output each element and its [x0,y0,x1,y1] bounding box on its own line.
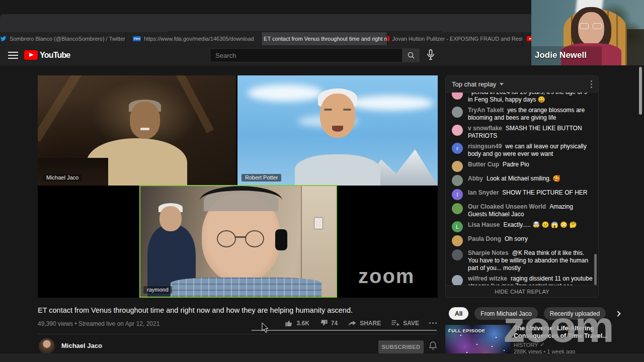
share-icon [348,319,357,327]
tab-youtube-jovan[interactable]: Jovan Hutton Pulitzer - EXPOSING FRAUD a… [387,32,523,45]
youtube-play-icon [24,50,38,60]
like-count: 3.6K [296,320,309,327]
tab-label: ET contact from Venus throughout time an… [264,36,387,42]
glasses [580,23,589,29]
avatar: I [452,189,463,200]
avatar [452,93,463,100]
live-chat-panel: Top chat replay period in 2024 for 20 ye… [445,75,599,298]
menu-icon[interactable] [8,52,18,59]
participant-name: Jodie Newell [535,50,587,60]
notification-bell-icon[interactable] [429,341,437,350]
search-icon [407,51,415,59]
video-stats: 49,390 views • Streamed live on Apr 12, … [38,320,159,327]
subscribed-button[interactable]: SUBSCRIBED [378,340,424,353]
participant-tile-raymond-active-speaker: raymond [139,185,337,298]
participant-tile-robert-potter: Robert Potter [237,75,438,186]
tab-label: Jovan Hutton Pulitzer - EXPOSING FRAUD a… [392,36,523,42]
save-label: SAVE [403,320,419,327]
channel-avatar[interactable] [39,338,55,354]
dislike-button[interactable]: 74 [319,319,338,327]
video-title: ET contact from Venus throughout time an… [38,306,390,314]
chat-scrollbar[interactable] [594,254,597,285]
zoom-screen-share: youtube.com Sombrero Blanco (@BlancoSomb… [0,0,644,362]
youtube-logo[interactable]: YouTube [24,50,70,60]
search-box [210,48,403,62]
like-button[interactable]: 3.6K [285,319,309,327]
chip-all[interactable]: All [449,307,468,320]
avatar [452,275,463,285]
bottom-bar [0,353,644,362]
mouse-cursor [262,322,269,333]
dislike-count: 74 [331,320,338,327]
channel-name[interactable]: Michael Jaco [61,342,102,349]
chat-message: I Ian SnyderSHOW THE PICTURE OF HER [452,189,593,200]
chat-menu-icon[interactable] [591,80,592,88]
tab-twitter[interactable]: Sombrero Blanco (@BlancoSombrero) / Twit… [0,32,126,45]
chat-mode-selector[interactable]: Top chat replay [452,80,496,88]
youtube-logo-text: YouTube [40,51,70,60]
thumb-down-icon [319,319,328,327]
webcam-tile-jodie-newell: Jodie Newell [531,0,644,65]
avatar [452,235,463,246]
save-button[interactable]: SAVE [391,319,419,327]
chat-message: Paula DongOh sorry [452,235,593,246]
avatar [452,175,463,186]
participant-tile-michael-jaco: Michael Jaco [38,75,236,186]
chat-message: Our Cloaked Unseen WorldAmazing Guests M… [452,203,593,218]
youtube-icon [387,36,389,41]
video-actions: 3.6K 74 SHARE SAVE [285,319,437,327]
glasses [593,23,602,29]
thumbnail-badge: FULL EPISODE [448,328,486,333]
avatar [452,125,463,136]
thumb-up-icon [285,319,293,327]
participant-name: raymond [143,286,172,294]
fda-icon: FDA [133,36,141,41]
zoom-watermark-in-video: zoom [358,265,415,288]
chevron-down-icon[interactable] [500,83,504,85]
like-ratio-bar [252,330,437,331]
chat-message: TryAn TakeItyes the orange blossoms are … [452,107,593,122]
search-input[interactable] [215,52,397,59]
more-actions-icon[interactable] [429,322,437,324]
chat-message: Sharpie Notes@K Rea think of it like thi… [452,249,593,272]
tab-label: Sombrero Blanco (@BlancoSombrero) / Twit… [10,36,125,42]
avatar [452,161,463,172]
page-scrollbar[interactable] [639,67,642,115]
search-button[interactable] [403,48,420,62]
tab-label: https://www.fda.gov/media/146305/downloa… [144,36,254,42]
chat-header: Top chat replay [446,76,598,93]
tab-youtube-active[interactable]: ET contact from Venus throughout time an… [262,32,387,45]
chat-message: AbbyLook at Michael smiling. 🥰 [452,175,593,186]
chat-message: wilfred witzkeraging dissident 11 on you… [452,275,593,285]
share-button[interactable]: SHARE [348,319,381,327]
avatar [452,249,463,260]
save-playlist-icon [391,319,400,327]
chat-message-list: period in 2024 for 20 years, it's the ag… [446,93,598,285]
avatar [452,203,463,214]
tab-fda[interactable]: FDA https://www.fda.gov/media/146305/dow… [126,32,262,45]
chat-message: period in 2024 for 20 years, it's the ag… [452,93,593,104]
participant-name: Robert Potter [242,174,281,182]
chat-message: r risingsun49we can all leave our physic… [452,143,593,158]
avatar: r [452,143,463,154]
twitter-icon [0,36,7,42]
zoom-screen-watermark: zoom [503,302,629,352]
chat-message: v snowflakeSMASH THE LIKE BUTTON PATRIOT… [452,125,593,140]
share-label: SHARE [360,320,381,327]
avatar [452,107,463,118]
video-player[interactable]: Michael Jaco Robert Potter raymond [38,75,438,298]
participant-name: Michael Jaco [43,174,82,182]
divider [38,334,437,334]
hide-chat-replay-button[interactable]: HIDE CHAT REPLAY [446,285,598,297]
voice-search-icon[interactable] [426,49,435,61]
chat-message: Butter CupPadre Pio [452,161,593,172]
chat-message: L Lisa HauseExactly..... 🤯 😐 😱 😳 🤔 [452,221,593,232]
avatar: L [452,221,463,232]
